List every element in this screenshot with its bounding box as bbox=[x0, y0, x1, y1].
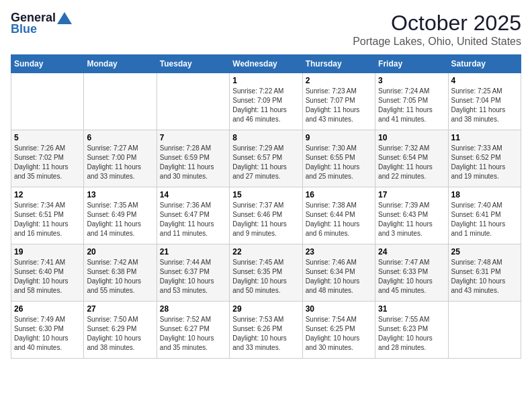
day-number: 26 bbox=[14, 304, 81, 314]
calendar-cell: 21Sunrise: 7:44 AMSunset: 6:37 PMDayligh… bbox=[157, 244, 229, 302]
day-number: 10 bbox=[378, 133, 445, 142]
calendar-cell: 12Sunrise: 7:34 AMSunset: 6:51 PMDayligh… bbox=[11, 187, 84, 244]
calendar-cell: 18Sunrise: 7:40 AMSunset: 6:41 PMDayligh… bbox=[448, 187, 521, 244]
day-info: Sunrise: 7:26 AMSunset: 7:02 PMDaylight:… bbox=[14, 144, 81, 181]
day-info: Sunrise: 7:52 AMSunset: 6:27 PMDaylight:… bbox=[160, 315, 226, 353]
calendar-week-row: 5Sunrise: 7:26 AMSunset: 7:02 PMDaylight… bbox=[11, 130, 521, 187]
day-number: 16 bbox=[306, 190, 372, 199]
calendar-cell: 27Sunrise: 7:50 AMSunset: 6:29 PMDayligh… bbox=[84, 302, 157, 359]
day-info: Sunrise: 7:55 AMSunset: 6:23 PMDaylight:… bbox=[378, 315, 445, 353]
column-header-thursday: Thursday bbox=[302, 55, 375, 73]
day-number: 15 bbox=[232, 190, 299, 199]
day-info: Sunrise: 7:42 AMSunset: 6:38 PMDaylight:… bbox=[87, 258, 153, 295]
calendar-cell: 19Sunrise: 7:41 AMSunset: 6:40 PMDayligh… bbox=[11, 244, 84, 302]
calendar-week-row: 19Sunrise: 7:41 AMSunset: 6:40 PMDayligh… bbox=[11, 244, 521, 302]
day-number: 9 bbox=[306, 133, 372, 142]
day-info: Sunrise: 7:27 AMSunset: 7:00 PMDaylight:… bbox=[87, 144, 153, 181]
calendar-cell: 13Sunrise: 7:35 AMSunset: 6:49 PMDayligh… bbox=[84, 187, 157, 244]
calendar-cell: 3Sunrise: 7:24 AMSunset: 7:05 PMDaylight… bbox=[375, 73, 448, 130]
day-number: 1 bbox=[232, 76, 299, 85]
day-number: 23 bbox=[306, 247, 372, 257]
calendar-cell: 11Sunrise: 7:33 AMSunset: 6:52 PMDayligh… bbox=[448, 130, 521, 187]
day-info: Sunrise: 7:53 AMSunset: 6:26 PMDaylight:… bbox=[232, 315, 299, 353]
calendar-cell: 2Sunrise: 7:23 AMSunset: 7:07 PMDaylight… bbox=[302, 73, 375, 130]
logo-blue-text: Blue bbox=[11, 22, 37, 36]
day-number: 20 bbox=[87, 247, 153, 257]
day-info: Sunrise: 7:22 AMSunset: 7:09 PMDaylight:… bbox=[232, 87, 299, 124]
day-info: Sunrise: 7:32 AMSunset: 6:54 PMDaylight:… bbox=[378, 144, 445, 181]
day-info: Sunrise: 7:33 AMSunset: 6:52 PMDaylight:… bbox=[451, 144, 518, 181]
day-number: 27 bbox=[87, 304, 153, 314]
calendar-week-row: 26Sunrise: 7:49 AMSunset: 6:30 PMDayligh… bbox=[11, 302, 521, 359]
column-header-friday: Friday bbox=[375, 55, 448, 73]
calendar-cell: 30Sunrise: 7:54 AMSunset: 6:25 PMDayligh… bbox=[302, 302, 375, 359]
day-number: 22 bbox=[232, 247, 299, 257]
calendar-cell bbox=[157, 73, 229, 130]
calendar-table: SundayMondayTuesdayWednesdayThursdayFrid… bbox=[11, 54, 521, 359]
day-info: Sunrise: 7:48 AMSunset: 6:31 PMDaylight:… bbox=[451, 258, 518, 295]
calendar-cell: 5Sunrise: 7:26 AMSunset: 7:02 PMDaylight… bbox=[11, 130, 84, 187]
day-info: Sunrise: 7:39 AMSunset: 6:43 PMDaylight:… bbox=[378, 201, 445, 238]
calendar-cell: 20Sunrise: 7:42 AMSunset: 6:38 PMDayligh… bbox=[84, 244, 157, 302]
calendar-cell: 23Sunrise: 7:46 AMSunset: 6:34 PMDayligh… bbox=[302, 244, 375, 302]
column-header-saturday: Saturday bbox=[448, 55, 521, 73]
location-title: Portage Lakes, Ohio, United States bbox=[353, 36, 521, 48]
column-header-sunday: Sunday bbox=[11, 55, 84, 73]
calendar-cell bbox=[448, 302, 521, 359]
day-info: Sunrise: 7:44 AMSunset: 6:37 PMDaylight:… bbox=[160, 258, 226, 295]
day-info: Sunrise: 7:35 AMSunset: 6:49 PMDaylight:… bbox=[87, 201, 153, 238]
day-info: Sunrise: 7:45 AMSunset: 6:35 PMDaylight:… bbox=[232, 258, 299, 295]
calendar-cell: 31Sunrise: 7:55 AMSunset: 6:23 PMDayligh… bbox=[375, 302, 448, 359]
day-info: Sunrise: 7:37 AMSunset: 6:46 PMDaylight:… bbox=[232, 201, 299, 238]
calendar-cell: 24Sunrise: 7:47 AMSunset: 6:33 PMDayligh… bbox=[375, 244, 448, 302]
calendar-header-row: SundayMondayTuesdayWednesdayThursdayFrid… bbox=[11, 55, 521, 73]
day-info: Sunrise: 7:24 AMSunset: 7:05 PMDaylight:… bbox=[378, 87, 445, 124]
calendar-cell bbox=[84, 73, 157, 130]
calendar-cell: 6Sunrise: 7:27 AMSunset: 7:00 PMDaylight… bbox=[84, 130, 157, 187]
day-number: 11 bbox=[451, 133, 518, 142]
calendar-cell: 8Sunrise: 7:29 AMSunset: 6:57 PMDaylight… bbox=[230, 130, 302, 187]
day-number: 29 bbox=[232, 304, 299, 314]
day-number: 24 bbox=[378, 247, 445, 257]
column-header-tuesday: Tuesday bbox=[157, 55, 229, 73]
day-number: 25 bbox=[451, 247, 518, 257]
calendar-cell: 1Sunrise: 7:22 AMSunset: 7:09 PMDaylight… bbox=[230, 73, 302, 130]
month-title: October 2025 bbox=[353, 11, 521, 36]
day-number: 31 bbox=[378, 304, 445, 314]
day-number: 28 bbox=[160, 304, 226, 314]
calendar-cell: 9Sunrise: 7:30 AMSunset: 6:55 PMDaylight… bbox=[302, 130, 375, 187]
day-info: Sunrise: 7:29 AMSunset: 6:57 PMDaylight:… bbox=[232, 144, 299, 181]
calendar-cell: 7Sunrise: 7:28 AMSunset: 6:59 PMDaylight… bbox=[157, 130, 229, 187]
title-block: October 2025 Portage Lakes, Ohio, United… bbox=[353, 11, 521, 48]
svg-marker-0 bbox=[57, 12, 72, 24]
day-number: 7 bbox=[160, 133, 226, 142]
calendar-cell: 17Sunrise: 7:39 AMSunset: 6:43 PMDayligh… bbox=[375, 187, 448, 244]
calendar-cell: 29Sunrise: 7:53 AMSunset: 6:26 PMDayligh… bbox=[230, 302, 302, 359]
calendar-cell: 26Sunrise: 7:49 AMSunset: 6:30 PMDayligh… bbox=[11, 302, 84, 359]
day-number: 2 bbox=[306, 76, 372, 85]
day-info: Sunrise: 7:41 AMSunset: 6:40 PMDaylight:… bbox=[14, 258, 81, 295]
day-info: Sunrise: 7:50 AMSunset: 6:29 PMDaylight:… bbox=[87, 315, 153, 353]
day-info: Sunrise: 7:54 AMSunset: 6:25 PMDaylight:… bbox=[306, 315, 372, 353]
calendar-cell bbox=[11, 73, 84, 130]
day-info: Sunrise: 7:23 AMSunset: 7:07 PMDaylight:… bbox=[306, 87, 372, 124]
day-number: 14 bbox=[160, 190, 226, 199]
day-number: 8 bbox=[232, 133, 299, 142]
calendar-cell: 4Sunrise: 7:25 AMSunset: 7:04 PMDaylight… bbox=[448, 73, 521, 130]
page-header: General Blue October 2025 Portage Lakes,… bbox=[11, 11, 521, 48]
logo-icon bbox=[57, 12, 72, 24]
calendar-cell: 15Sunrise: 7:37 AMSunset: 6:46 PMDayligh… bbox=[230, 187, 302, 244]
calendar-cell: 10Sunrise: 7:32 AMSunset: 6:54 PMDayligh… bbox=[375, 130, 448, 187]
day-info: Sunrise: 7:40 AMSunset: 6:41 PMDaylight:… bbox=[451, 201, 518, 238]
day-info: Sunrise: 7:34 AMSunset: 6:51 PMDaylight:… bbox=[14, 201, 81, 238]
day-number: 4 bbox=[451, 76, 518, 85]
calendar-cell: 14Sunrise: 7:36 AMSunset: 6:47 PMDayligh… bbox=[157, 187, 229, 244]
logo: General Blue bbox=[11, 11, 72, 36]
calendar-week-row: 12Sunrise: 7:34 AMSunset: 6:51 PMDayligh… bbox=[11, 187, 521, 244]
day-number: 17 bbox=[378, 190, 445, 199]
calendar-cell: 22Sunrise: 7:45 AMSunset: 6:35 PMDayligh… bbox=[230, 244, 302, 302]
day-number: 6 bbox=[87, 133, 153, 142]
calendar-week-row: 1Sunrise: 7:22 AMSunset: 7:09 PMDaylight… bbox=[11, 73, 521, 130]
day-number: 30 bbox=[306, 304, 372, 314]
day-number: 12 bbox=[14, 190, 81, 199]
